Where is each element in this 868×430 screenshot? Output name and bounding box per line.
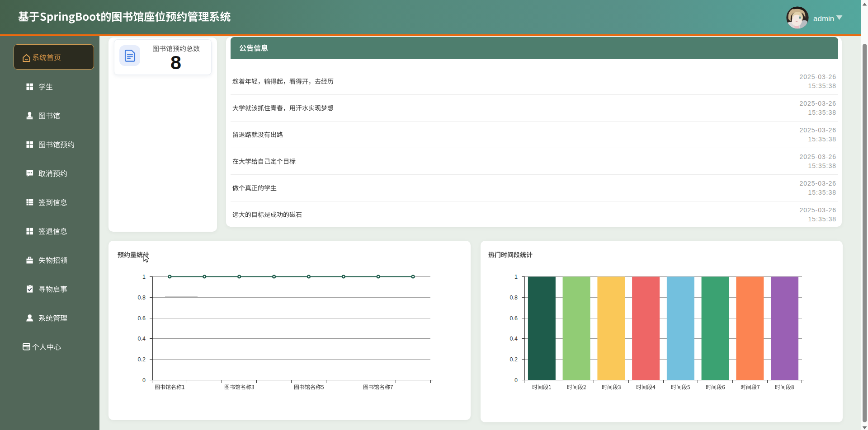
svg-text:1: 1 xyxy=(142,274,146,280)
svg-text:0: 0 xyxy=(514,377,518,383)
svg-text:0.6: 0.6 xyxy=(138,315,146,322)
svg-text:0: 0 xyxy=(142,377,146,383)
svg-text:0.2: 0.2 xyxy=(138,356,146,363)
svg-text:0.4: 0.4 xyxy=(510,336,518,342)
svg-text:0.8: 0.8 xyxy=(138,294,146,301)
svg-text:0.4: 0.4 xyxy=(138,336,146,342)
svg-text:1: 1 xyxy=(514,274,518,280)
svg-text:0.2: 0.2 xyxy=(510,356,518,363)
svg-text:0.6: 0.6 xyxy=(510,315,518,322)
svg-text:0.8: 0.8 xyxy=(510,294,518,301)
